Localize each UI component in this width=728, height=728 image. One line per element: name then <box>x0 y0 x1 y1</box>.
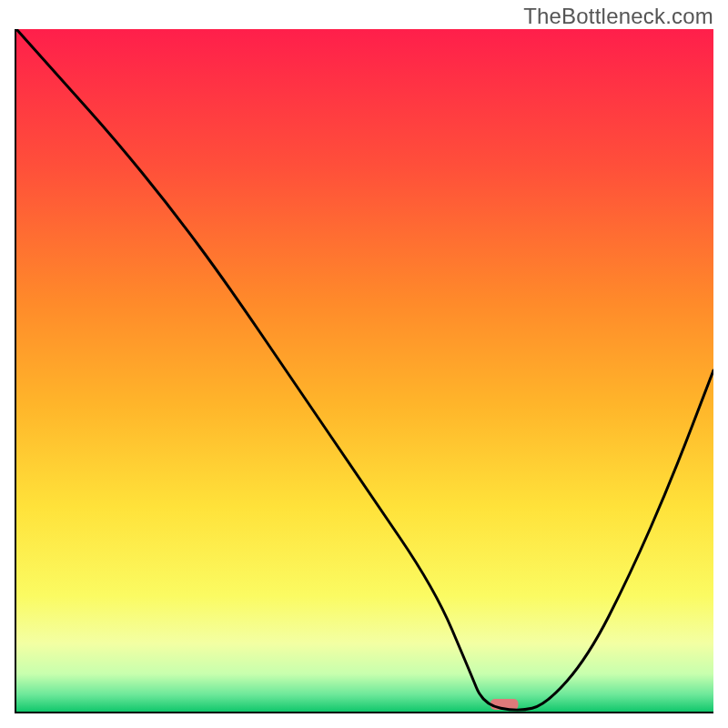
chart-svg <box>16 29 713 712</box>
chart-container: TheBottleneck.com <box>0 0 728 728</box>
plot-area <box>15 29 713 713</box>
gradient-rect <box>16 29 713 712</box>
watermark-text: TheBottleneck.com <box>523 4 713 29</box>
